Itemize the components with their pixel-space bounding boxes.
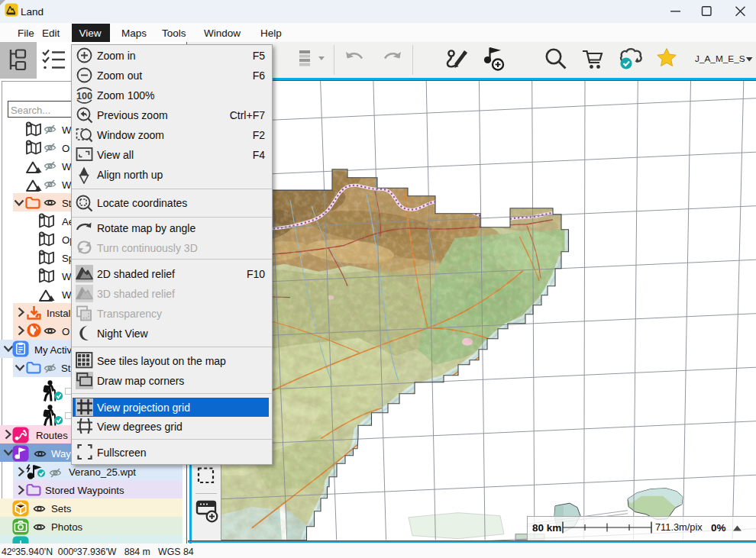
svg-text:100: 100 — [76, 91, 92, 102]
